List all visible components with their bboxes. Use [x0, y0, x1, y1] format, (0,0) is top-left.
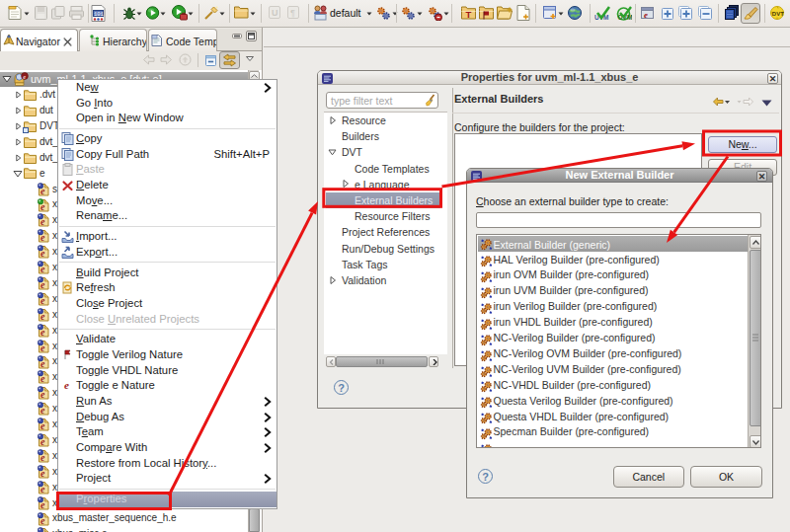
svg-text:T: T [466, 9, 472, 20]
svg-text:e: e [64, 379, 69, 391]
svg-text:101: 101 [94, 11, 105, 18]
svg-text:¶: ¶ [290, 8, 295, 18]
svg-text:U: U [272, 8, 278, 18]
svg-text:e: e [644, 10, 648, 20]
svg-text:DVT: DVT [772, 11, 784, 17]
svg-text:e: e [23, 73, 26, 80]
